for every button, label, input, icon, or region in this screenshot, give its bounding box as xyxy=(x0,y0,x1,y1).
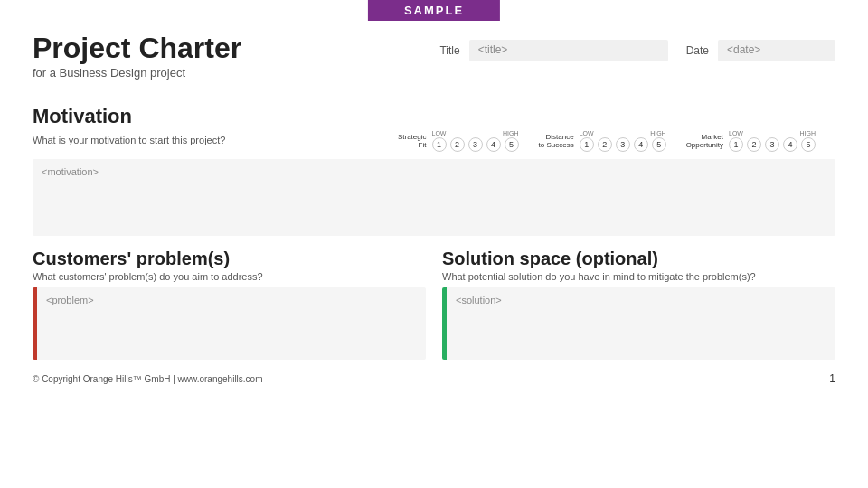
rating-num-1-4[interactable]: 4 xyxy=(486,137,501,152)
rating-num-3-2[interactable]: 2 xyxy=(747,137,761,152)
solution-space-heading: Solution space (optional) xyxy=(442,249,835,269)
rating-num-1-1[interactable]: 1 xyxy=(432,137,447,152)
rating-group-distance: Distanceto Success LOWHIGH 1 2 3 4 5 xyxy=(539,130,666,152)
page-number: 1 xyxy=(829,372,835,385)
motivation-textarea[interactable]: <motivation> xyxy=(33,159,835,236)
footer-copyright: © Copyright Orange Hills™ GmbH | www.ora… xyxy=(33,374,263,384)
rating-group-strategic-fit: StrategicFit LOWHIGH 1 2 3 4 5 xyxy=(398,130,519,152)
sample-banner: SAMPLE xyxy=(368,0,500,21)
project-title: Project Charter xyxy=(33,33,241,64)
customers-problem-section: Customers' problem(s) What customers' pr… xyxy=(33,249,426,360)
bottom-sections: Customers' problem(s) What customers' pr… xyxy=(33,249,835,360)
rating-group-market: MarketOpportunity LOWHIGH 1 2 3 4 5 xyxy=(686,130,816,152)
motivation-heading: Motivation xyxy=(33,105,835,128)
date-input[interactable]: <date> xyxy=(718,40,835,61)
date-field-group: Date <date> xyxy=(686,40,835,61)
rating-num-1-2[interactable]: 2 xyxy=(450,137,465,152)
title-date-combined: Title <title> Date <date> xyxy=(439,33,835,61)
project-title-block: Project Charter for a Business Design pr… xyxy=(33,33,241,80)
customers-problem-heading: Customers' problem(s) xyxy=(33,249,426,269)
rating-num-1-3[interactable]: 3 xyxy=(468,137,483,152)
rating-num-3-3[interactable]: 3 xyxy=(765,137,779,152)
motivation-subtitle: What is your motivation to start this pr… xyxy=(33,135,225,145)
rating-num-3-5[interactable]: 5 xyxy=(801,137,816,152)
title-input[interactable]: <title> xyxy=(469,40,668,61)
rating-num-3-1[interactable]: 1 xyxy=(729,137,743,152)
rating-num-2-3[interactable]: 3 xyxy=(616,137,630,152)
customers-problem-subtitle: What customers' problem(s) do you aim to… xyxy=(33,271,426,282)
rating-scale-2: LOWHIGH 1 2 3 4 5 xyxy=(580,130,666,152)
motivation-section: Motivation What is your motivation to st… xyxy=(33,105,835,236)
rating-num-2-5[interactable]: 5 xyxy=(652,137,666,152)
rating-label-1: StrategicFit xyxy=(398,133,427,150)
rating-num-3-4[interactable]: 4 xyxy=(783,137,797,152)
rating-label-3: MarketOpportunity xyxy=(686,133,723,150)
rating-num-2-4[interactable]: 4 xyxy=(634,137,648,152)
title-label: Title xyxy=(439,44,459,57)
rating-num-1-5[interactable]: 5 xyxy=(505,137,519,152)
project-subtitle: for a Business Design project xyxy=(33,66,241,80)
customers-problem-textarea[interactable]: <problem> xyxy=(33,287,426,360)
solution-space-textarea[interactable]: <solution> xyxy=(442,287,835,360)
date-label: Date xyxy=(686,44,709,57)
rating-label-2: Distanceto Success xyxy=(539,133,574,150)
solution-space-section: Solution space (optional) What potential… xyxy=(442,249,835,360)
rating-scale-3: LOWHIGH 1 2 3 4 5 xyxy=(729,130,816,152)
rating-bar: StrategicFit LOWHIGH 1 2 3 4 5 Distancet… xyxy=(398,130,835,152)
rating-num-2-2[interactable]: 2 xyxy=(598,137,612,152)
rating-num-2-1[interactable]: 1 xyxy=(580,137,594,152)
footer: © Copyright Orange Hills™ GmbH | www.ora… xyxy=(33,372,835,385)
solution-space-subtitle: What potential solution do you have in m… xyxy=(442,271,835,282)
title-field-group: Title <title> xyxy=(439,40,667,61)
rating-scale-1: LOWHIGH 1 2 3 4 5 xyxy=(432,130,519,152)
